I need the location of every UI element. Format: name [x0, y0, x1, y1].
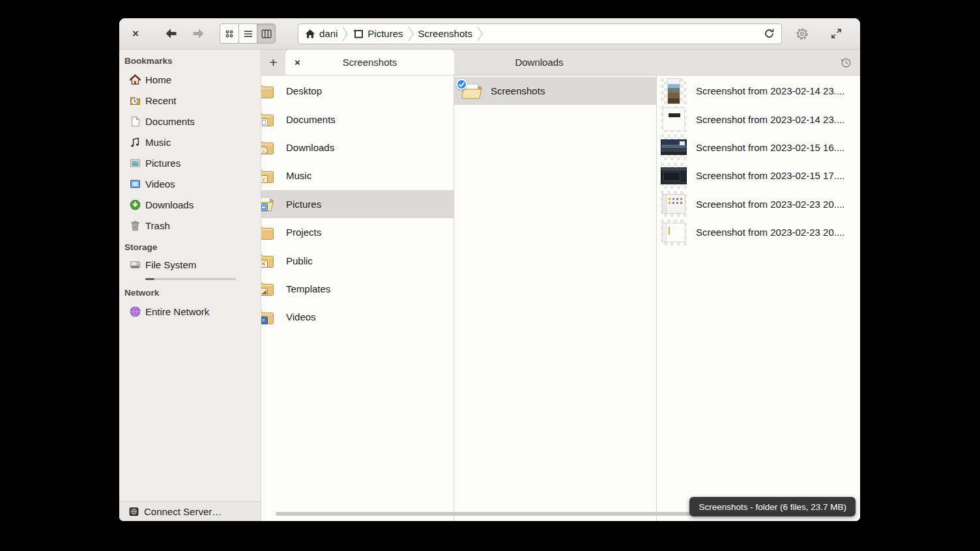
fullscreen-button[interactable] — [826, 24, 846, 44]
home-icon — [130, 74, 141, 85]
folder-row-downloads[interactable]: ↓ Downloads — [261, 134, 454, 162]
sidebar-item-downloads[interactable]: Downloads — [119, 194, 261, 215]
file-name: Screenshot from 2023-02-15 17.... — [696, 170, 844, 181]
sidebar-section-storage: Storage — [119, 238, 261, 255]
sidebar-item-label: Recent — [145, 95, 177, 106]
chevron-right-icon — [477, 25, 483, 42]
expand-icon — [831, 28, 842, 39]
list-view-icon — [243, 29, 253, 38]
image-thumbnail — [661, 106, 687, 132]
server-icon — [128, 506, 139, 517]
connect-server-label: Connect Server… — [144, 506, 222, 517]
file-name: Screenshot from 2023-02-14 23.... — [696, 85, 844, 96]
file-row[interactable]: Screenshot from 2023-02-15 17.... — [657, 162, 860, 190]
folder-row-desktop[interactable]: Desktop — [261, 77, 454, 105]
folder-row-pictures[interactable]: Pictures — [261, 190, 454, 218]
sidebar-item-home[interactable]: Home — [119, 69, 261, 90]
status-tooltip: Screenshots - folder (6 files, 23.7 MB) — [689, 497, 856, 516]
file-row[interactable]: Screenshot from 2023-02-15 16.... — [657, 134, 860, 162]
folder-icon: < — [261, 252, 274, 269]
breadcrumb-pictures[interactable]: Pictures — [353, 28, 403, 39]
breadcrumb-label: Pictures — [368, 28, 403, 39]
folder-label: Videos — [286, 311, 316, 322]
folder-row-templates[interactable]: Templates — [261, 275, 454, 303]
sidebar-item-pictures[interactable]: Pictures — [119, 152, 261, 173]
new-tab-button[interactable]: + — [261, 49, 285, 75]
file-row[interactable]: Screenshot from 2023-02-23 20.... — [657, 218, 860, 246]
breadcrumb-home[interactable]: dani — [305, 28, 338, 39]
sidebar-item-label: Home — [145, 74, 171, 85]
folder-label: Desktop — [286, 85, 322, 96]
column-view: Desktop Documents ↓ — [261, 76, 860, 521]
folder-row-screenshots[interactable]: Screenshots — [454, 77, 656, 105]
view-list-button[interactable] — [238, 24, 257, 43]
tab-close-icon[interactable]: × — [295, 49, 300, 75]
tab-downloads[interactable]: Downloads — [454, 49, 624, 75]
view-mode-switcher — [220, 23, 276, 44]
breadcrumb-label: Screenshots — [418, 28, 472, 39]
sidebar-section-bookmarks: Bookmarks — [119, 52, 261, 69]
refresh-button[interactable] — [760, 25, 777, 42]
back-button[interactable] — [161, 24, 180, 44]
sidebar-item-music[interactable]: Music — [119, 132, 261, 152]
forward-arrow-icon — [192, 28, 205, 39]
status-tooltip-text: Screenshots - folder (6 files, 23.7 MB) — [699, 502, 846, 512]
settings-button[interactable] — [792, 24, 812, 44]
sidebar-item-label: Entire Network — [145, 306, 209, 317]
sidebar-item-file-system[interactable]: File System — [119, 255, 261, 280]
column-pictures: Screenshots — [454, 76, 657, 521]
header-bar: × — [119, 18, 860, 49]
harddisk-icon — [130, 259, 141, 270]
breadcrumb[interactable]: dani Pictures Screenshots — [298, 23, 782, 44]
sidebar-item-documents[interactable]: Documents — [119, 111, 261, 132]
back-arrow-icon — [165, 28, 177, 39]
folder-label: Projects — [286, 227, 321, 238]
file-row[interactable]: Screenshot from 2023-02-14 23.... — [657, 105, 860, 133]
folder-icon — [261, 224, 274, 241]
forward-button[interactable] — [188, 24, 208, 44]
image-thumbnail — [661, 163, 687, 189]
folder-row-public[interactable]: < Public — [261, 246, 454, 274]
folder-row-videos[interactable]: ≡ Videos — [261, 303, 454, 331]
file-name: Screenshot from 2023-02-23 20.... — [696, 227, 844, 238]
sidebar: Bookmarks Home Recent — [119, 49, 261, 521]
sidebar-item-label: File System — [145, 259, 196, 270]
desktop-background: × — [0, 0, 980, 551]
folder-row-documents[interactable]: Documents — [261, 105, 454, 133]
window-body: Bookmarks Home Recent — [119, 49, 860, 521]
sidebar-item-videos[interactable]: Videos — [119, 173, 261, 194]
view-column-button[interactable] — [257, 24, 275, 43]
tab-label: Downloads — [515, 57, 563, 68]
folder-icon: ≡ — [261, 309, 274, 326]
folder-label: Music — [286, 170, 311, 181]
files-window: × — [119, 18, 860, 521]
sidebar-item-label: Downloads — [145, 199, 194, 210]
disk-usage-bar — [145, 278, 236, 280]
breadcrumb-screenshots[interactable]: Screenshots — [418, 28, 472, 39]
connect-server-button[interactable]: Connect Server… — [119, 502, 261, 521]
file-row[interactable]: Screenshot from 2023-02-14 23.... — [657, 77, 860, 105]
recent-icon — [130, 95, 141, 106]
window-close-button[interactable]: × — [128, 27, 143, 41]
sidebar-item-trash[interactable]: Trash — [119, 215, 261, 236]
tab-screenshots[interactable]: × Screenshots — [285, 49, 454, 75]
column-view-icon — [261, 29, 272, 38]
view-grid-button[interactable] — [220, 24, 238, 43]
sidebar-section-network: Network — [119, 284, 261, 301]
folder-label: Public — [286, 255, 313, 266]
pictures-icon — [130, 158, 141, 169]
disk-usage-fill — [145, 278, 154, 280]
folder-row-music[interactable]: ♪ Music — [261, 162, 454, 190]
folder-row-projects[interactable]: Projects — [261, 218, 454, 246]
tab-label: Screenshots — [343, 57, 397, 68]
image-thumbnail — [661, 191, 687, 217]
videos-emblem-icon: ≡ — [261, 317, 268, 324]
sidebar-item-entire-network[interactable]: Entire Network — [119, 301, 261, 322]
main-area: + × Screenshots Downloads — [261, 49, 860, 521]
restore-tab-button[interactable] — [839, 49, 852, 75]
folder-icon — [261, 111, 274, 128]
file-row[interactable]: Screenshot from 2023-02-23 20.... — [657, 190, 860, 218]
photo-emblem-icon — [261, 203, 268, 211]
sidebar-item-recent[interactable]: Recent — [119, 90, 261, 111]
documents-emblem-icon — [261, 119, 268, 126]
